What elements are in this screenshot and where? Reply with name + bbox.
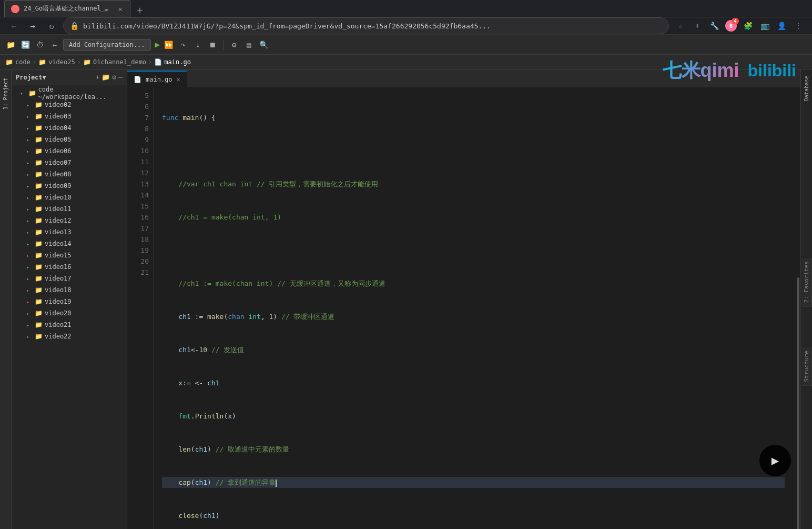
folder-icon-v20: 📁 bbox=[35, 310, 43, 317]
folder-icon-v09: 📁 bbox=[35, 182, 43, 189]
tree-item-video20[interactable]: ▸ 📁 video20 bbox=[12, 307, 127, 319]
back-toolbar-icon[interactable]: ← bbox=[48, 38, 61, 51]
search-toolbar-icon[interactable]: 🔍 bbox=[257, 38, 270, 51]
minimize-action[interactable]: — bbox=[118, 73, 123, 81]
tree-label-v12: video12 bbox=[45, 217, 72, 224]
breadcrumb-dir2[interactable]: 01channel_demo bbox=[93, 58, 146, 66]
tree-item-video04[interactable]: ▸ 📁 video04 bbox=[12, 122, 127, 134]
code-line-8: //ch1 = make(chan int, 1) bbox=[162, 212, 785, 223]
download-icon[interactable]: ⬇ bbox=[690, 18, 705, 33]
tree-arrow-v11: ▸ bbox=[26, 206, 33, 212]
breadcrumb-file[interactable]: main.go bbox=[164, 58, 191, 66]
tree-arrow-v20: ▸ bbox=[26, 311, 33, 316]
new-tab-button[interactable]: + bbox=[133, 2, 147, 17]
tree-item-video22[interactable]: ▸ 📁 video22 bbox=[12, 331, 127, 342]
new-folder-action[interactable]: 📁 bbox=[102, 73, 110, 81]
tree-item-video13[interactable]: ▸ 📁 video13 bbox=[12, 226, 127, 238]
bookmarks-icon[interactable]: ☆ bbox=[673, 18, 688, 33]
tab-close-button[interactable]: ✕ bbox=[117, 4, 124, 14]
tree-arrow-v08: ▸ bbox=[26, 172, 33, 177]
folder-icon-v15: 📁 bbox=[35, 252, 43, 259]
new-file-action[interactable]: + bbox=[96, 73, 100, 81]
line-num-18: 18 bbox=[131, 234, 149, 245]
tree-item-video11[interactable]: ▸ 📁 video11 bbox=[12, 203, 127, 215]
menu-icon[interactable]: ⋮ bbox=[791, 18, 806, 33]
history-toolbar-icon[interactable]: ⏱ bbox=[34, 38, 46, 51]
tree-item-video10[interactable]: ▸ 📁 video10 bbox=[12, 192, 127, 203]
lock-icon: 🔒 bbox=[70, 22, 79, 30]
breadcrumb-dir1[interactable]: video25 bbox=[48, 58, 75, 66]
tree-item-video09[interactable]: ▸ 📁 video09 bbox=[12, 180, 127, 192]
line-num-17: 17 bbox=[131, 223, 149, 234]
tree-item-video16[interactable]: ▸ 📁 video16 bbox=[12, 261, 127, 273]
tree-item-video21[interactable]: ▸ 📁 video21 bbox=[12, 319, 127, 331]
tree-item-video06[interactable]: ▸ 📁 video06 bbox=[12, 145, 127, 157]
tree-item-video05[interactable]: ▸ 📁 video05 bbox=[12, 134, 127, 145]
tree-item-video19[interactable]: ▸ 📁 video19 bbox=[12, 296, 127, 307]
project-side-tab[interactable]: 1: Project bbox=[2, 74, 9, 114]
step-over-icon[interactable]: ↷ bbox=[177, 38, 189, 51]
stop-icon[interactable]: ⏹ bbox=[206, 38, 219, 51]
tree-item-video17[interactable]: ▸ 📁 video17 bbox=[12, 273, 127, 284]
tree-item-video12[interactable]: ▸ 📁 video12 bbox=[12, 215, 127, 226]
breadcrumb-root[interactable]: code bbox=[15, 58, 31, 66]
back-button[interactable]: ← bbox=[6, 18, 21, 33]
line-num-6: 6 bbox=[131, 101, 149, 112]
code-line-14: fmt.Println(x) bbox=[162, 411, 785, 422]
tree-item-video07[interactable]: ▸ 📁 video07 bbox=[12, 157, 127, 168]
line-num-10: 10 bbox=[131, 145, 149, 156]
tree-item-video14[interactable]: ▸ 📁 video14 bbox=[12, 238, 127, 249]
layout-toolbar-icon[interactable]: ▤ bbox=[242, 38, 255, 51]
tab-favicon bbox=[11, 5, 19, 13]
tree-label-v11: video11 bbox=[45, 205, 72, 213]
extensions-icon[interactable]: 🔧 bbox=[707, 18, 722, 33]
folder-toolbar-icon[interactable]: 📁 bbox=[4, 38, 17, 51]
cast-icon[interactable]: 📺 bbox=[757, 18, 772, 33]
address-bar[interactable]: 🔒 bilibili.com/video/BV1ZJ411W7jG/?p=24&… bbox=[63, 17, 669, 34]
database-sidebar-icon[interactable]: Database bbox=[804, 76, 809, 101]
collapse-all-action[interactable]: ⚙ bbox=[112, 73, 116, 81]
code-editor: 5 6 7 8 9 10 11 12 13 14 15 16 17 18 bbox=[127, 88, 800, 529]
qimi-logo-text: 七米qimi bbox=[663, 58, 739, 84]
tree-item-video15[interactable]: ▸ 📁 video15 bbox=[12, 249, 127, 261]
structure-panel[interactable]: Structure bbox=[801, 347, 812, 386]
add-configuration-button[interactable]: Add Configuration... bbox=[63, 39, 151, 51]
navigation-bar: ← → ↻ 🔒 bilibili.com/video/BV1ZJ411W7jG/… bbox=[0, 17, 812, 35]
breadcrumb-dir1-folder-icon: 📁 bbox=[38, 58, 46, 66]
tree-item-code[interactable]: ▾ 📁 code ~/workspace/lea... bbox=[12, 87, 127, 99]
editor-tab-close-button[interactable]: ✕ bbox=[177, 76, 180, 83]
editor-scrollbar-thumb[interactable] bbox=[797, 277, 799, 529]
step-into-icon[interactable]: ↓ bbox=[191, 38, 204, 51]
editor-tab-main-go[interactable]: 📄 main.go ✕ bbox=[127, 71, 187, 87]
folder-icon-v21: 📁 bbox=[35, 321, 43, 328]
code-content[interactable]: func main() { //var ch1 chan int // 引用类型… bbox=[154, 88, 793, 529]
editor-tab-name: main.go bbox=[146, 76, 172, 83]
sync-toolbar-icon[interactable]: 🔄 bbox=[19, 38, 32, 51]
browser-tab-bar: 24_Go语言基础之channel_哔哩... ✕ + bbox=[0, 0, 812, 17]
tree-item-video08[interactable]: ▸ 📁 video08 bbox=[12, 168, 127, 180]
editor-scrollbar[interactable] bbox=[793, 88, 800, 529]
forward-button[interactable]: → bbox=[25, 18, 40, 33]
tree-item-video03[interactable]: ▸ 📁 video03 bbox=[12, 111, 127, 122]
active-tab[interactable]: 24_Go语言基础之channel_哔哩... ✕ bbox=[4, 0, 130, 17]
folder-icon-v02: 📁 bbox=[35, 101, 43, 108]
breadcrumb-sep-1: › bbox=[33, 58, 36, 66]
line-num-15: 15 bbox=[131, 201, 149, 212]
reload-button[interactable]: ↻ bbox=[44, 18, 59, 33]
tree-item-video18[interactable]: ▸ 📁 video18 bbox=[12, 284, 127, 296]
favorites-panel[interactable]: 2: Favorites bbox=[801, 258, 812, 306]
tree-item-video02[interactable]: ▸ 📁 video02 bbox=[12, 99, 127, 111]
tree-label-v19: video19 bbox=[45, 298, 72, 305]
settings-toolbar-icon[interactable]: ⚙ bbox=[228, 38, 240, 51]
code-line-12: ch1<-10 // 发送值 bbox=[162, 344, 785, 355]
line-num-9: 9 bbox=[131, 134, 149, 145]
bilibili-play-button[interactable]: ▶ bbox=[759, 445, 791, 476]
profile-icon[interactable]: 👤 bbox=[774, 18, 789, 33]
bilibili-notification-icon[interactable]: B 4 bbox=[724, 18, 738, 33]
run-button[interactable]: ▶ bbox=[155, 39, 160, 49]
file-explorer: Project▼ + 📁 ⚙ — ▾ 📁 code ~/workspace/le… bbox=[12, 69, 127, 529]
tree-arrow-v14: ▸ bbox=[26, 241, 33, 247]
debug-run-icon[interactable]: ⏩ bbox=[162, 38, 175, 51]
explorer-header: Project▼ + 📁 ⚙ — bbox=[12, 69, 127, 85]
puzzle-icon[interactable]: 🧩 bbox=[740, 18, 755, 33]
